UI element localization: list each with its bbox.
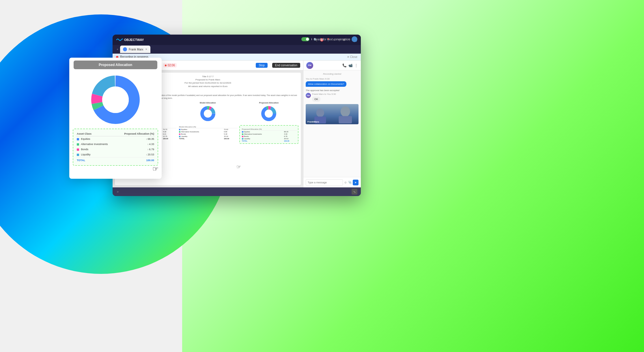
timer-value: 02:06 [168,64,175,67]
cell-value: 5.80 [223,131,238,133]
equities-color [77,138,79,140]
svg-point-9 [205,111,211,116]
more-icon[interactable]: ⋮ [354,63,358,67]
alt-inv-label: Alternative Investments [81,143,108,146]
objectway-logo: OBJECTWAY [116,37,144,42]
asset-class-cell: Bonds [76,147,116,152]
bonds-label: Bonds [81,148,89,151]
stop-label: Stop [259,64,265,67]
video-label: FrankMars [307,121,319,123]
model-chart-title: Model Allocation [200,102,216,104]
emoji-icon[interactable]: ☺ [344,181,347,184]
ready-bar: ℹ Ready for next conversation [301,36,357,42]
large-donut-svg [89,74,141,126]
cell-value: 15.32 [223,135,238,138]
ready-toggle[interactable] [301,37,309,41]
cell-value: 12.75 [162,135,176,138]
model-table-block: Model Allocation (%) Equities 72.02 Alte… [178,125,237,144]
proposed-donut-svg [260,105,277,122]
video-icon[interactable]: 📹 [348,63,353,67]
asset-class-cell: Alternative Investments [76,142,116,147]
cell-label: Bonds [241,135,283,138]
prompt-icon: ＞ [116,189,120,194]
total-value: 100.00 [116,157,155,163]
svg-point-15 [341,106,350,117]
user-avatar[interactable] [352,36,357,42]
arrow-icon: ↕ [146,153,147,156]
message-bubble: Allow collaboration on Documents? [306,81,346,87]
timer-badge: 02:06 [163,63,177,67]
chat-action-icons: 📞 📹 ⋮ [342,63,358,67]
proposed-doc-table: Proposed Allocation (%) Equities 68.35 [241,128,297,142]
cell-value: 4.39 [162,131,176,133]
add-tab-icon[interactable]: ＋ [116,47,119,51]
expand-button[interactable]: ⤡ [352,189,357,195]
received-message: FM Frank Marx to You 9:30 OK [306,93,359,102]
liquidity-color [77,154,79,156]
message-input[interactable] [306,179,343,186]
end-conv-label: End conversation [275,64,297,67]
cell-value: 74.73 [162,128,176,131]
svg-point-14 [266,111,272,116]
equities-value: ↕68.35 [116,136,155,142]
timer-dot [165,65,167,66]
asset-class-cell: Equities [76,136,116,142]
contact-initials: FM [308,64,311,67]
table-row: Alternative Investments ↕4.33 [76,142,155,147]
reply-time: 9:30 [331,93,336,95]
cell-value: 20.53 [283,138,297,140]
bonds-value: ↕6.79 [116,147,155,152]
proposed-table-block: Proposed Allocation (%) Equities 68.35 [239,125,298,144]
logo-text: OBJECTWAY [124,38,144,42]
cell-label: Alternative Investments [178,131,223,133]
reply-meta: Frank Marx to You 9:30 [312,93,336,95]
alt-inv-value: ↕4.33 [116,142,155,147]
cursor-hand: ☞ [152,165,159,173]
cell-label: Liquidity [178,135,223,138]
stop-button[interactable]: Stop [256,63,268,68]
proposed-header: Proposed Allocation (%) [241,128,297,131]
end-conversation-button[interactable]: End conversation [272,63,300,68]
proposed-chart-title: Proposed Allocation [259,102,279,104]
cell-value: 72.02 [223,128,238,131]
chat-input-row: ☺ 📎 ➤ [303,177,361,187]
send-button[interactable]: ➤ [353,180,359,185]
frank-marx-tab[interactable]: Frank Marx ✕ [120,46,150,53]
approval-note: The approval has been accepted [306,89,359,92]
attachment-icon[interactable]: 📎 [348,181,352,184]
allocation-table: Asset Class Proposed Allocation (%) Equi… [76,131,155,163]
arrow-icon: ↕ [146,138,147,140]
proposed-allocation-chart: Proposed Allocation [239,102,298,122]
proposed-pct-header: Proposed Allocation (%) [116,131,155,136]
message-time: 9:30 [325,78,330,80]
close-recording-button[interactable]: ✕ Close [347,55,357,59]
table-row: Alternative Investments 4.33 [241,133,297,135]
chat-body: Recording started You to Frank Marx 9:30… [303,70,361,177]
tab-close-icon[interactable]: ✕ [145,48,148,51]
table-row: Liquidity ↕20.53 [76,152,155,157]
total-label: TOTAL [76,157,116,163]
table-row: Bonds 5.18 [178,133,237,135]
model-donut-svg [199,105,216,122]
phone-icon[interactable]: 📞 [342,63,347,67]
logo-icon [116,37,123,42]
send-icon: ➤ [354,181,357,184]
expand-icon: ⤡ [353,190,356,193]
asset-class-cell: Liquidity [76,152,116,157]
chat-send-icons: ☺ 📎 ➤ [344,180,359,185]
total-label: TOTAL [241,140,283,142]
cell-value: 68.35 [283,131,297,133]
total-value: 100.00 [223,138,238,140]
liquidity-value: ↕20.53 [116,152,155,157]
tab-label: Frank Marx [129,48,143,51]
alt-inv-color [77,143,79,146]
reply-avatar: FM [306,93,311,98]
table-row: Equities ↕68.35 [76,136,155,142]
message-sender: You to Frank Marx [306,78,324,80]
model-allocation-chart: Model Allocation [178,102,237,122]
model-table: Model Allocation (%) Equities 72.02 Alte… [178,126,237,140]
large-donut-container [69,71,162,126]
cell-label: Liquidity [241,138,283,140]
total-row: TOTAL 100.00 [76,157,155,163]
svg-point-23 [102,86,129,113]
